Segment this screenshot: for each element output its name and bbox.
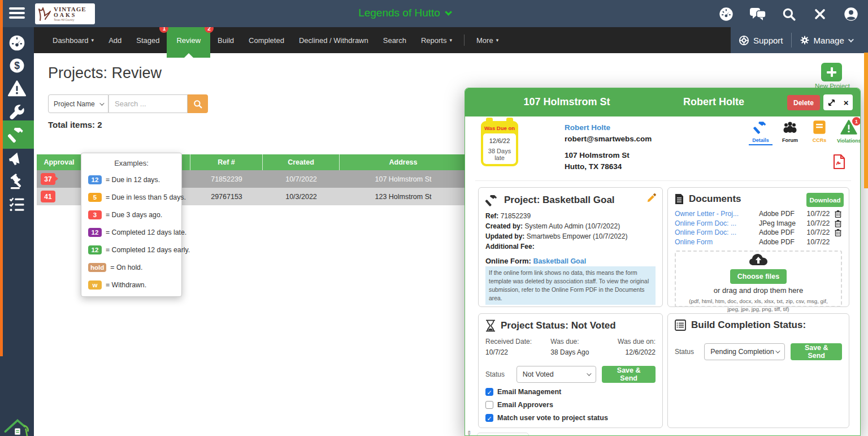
owner-name-link[interactable]: Robert Holte [565,122,652,133]
checkbox-email-approvers[interactable]: Email Approvers [485,401,656,409]
manage-button[interactable]: Manage [792,27,860,53]
new-project-button[interactable] [821,63,842,81]
sidebar-item-violations[interactable] [0,77,34,100]
col-approval[interactable]: Approval [37,154,82,170]
legend-badge: 12 [88,228,102,237]
download-button[interactable]: Download [806,193,844,207]
save-send-button[interactable]: Save & Send [602,366,656,383]
tab-more[interactable]: More▾ [469,27,506,53]
col-ref[interactable]: Ref # [190,154,263,170]
tab-violations[interactable]: 1 Violations [837,120,861,145]
document-link[interactable]: Online Form Doc: ... [675,228,759,236]
sidebar-item-gavel[interactable] [0,170,34,193]
received-date: Received Date:10/7/22 [485,336,550,358]
sidebar-item-announcements[interactable] [0,147,34,170]
trash-icon[interactable] [834,219,842,227]
tab-dashboard[interactable]: Dashboard▾ [45,27,101,53]
project-updated: Updated by: Smartwebs Empower (10/7/2022… [485,231,656,241]
tab-ccrs[interactable]: CCRs [808,120,831,145]
checkbox-icon[interactable]: ✓ [485,414,493,422]
legend-badge: w [88,280,102,290]
tab-forum[interactable]: Forum [778,120,802,145]
gear-icon [800,35,810,45]
svg-text:$: $ [14,60,20,71]
plus-icon [827,67,836,77]
menu-icon[interactable] [9,7,25,20]
document-row: Owner Letter - Proj... Adobe PDF 10/7/22 [675,209,842,219]
expand-icon[interactable] [828,99,835,106]
approval-badge[interactable]: 37 [41,173,55,185]
tab-staged[interactable]: Staged 1 [129,27,167,53]
megaphone-icon [8,150,25,167]
document-link[interactable]: Owner Letter - Proj... [675,210,759,218]
sidebar-item-maintenance[interactable] [0,101,34,123]
document-link[interactable]: Online Form Doc: ... [675,219,759,227]
search-icon[interactable] [780,6,797,23]
hammer-icon [8,126,26,144]
checkbox-email-management[interactable]: ✓ Email Management [485,388,656,396]
sidebar-item-tasks[interactable] [0,193,34,216]
due-date-badge: Was Due on 12/6/22 38 Days late [481,121,518,166]
tab-completed[interactable]: Completed [241,27,292,53]
project-status-select[interactable]: Not Voted [517,366,596,383]
antler-icon [37,6,52,23]
online-form-line: Online Form: Basketball Goal [485,257,656,265]
tab-build[interactable]: Build [210,27,241,53]
modal-address: 107 Holmstrom St [499,96,635,108]
messages-icon[interactable] [749,6,766,23]
was-due-on: Was due on:12/6/2022 [611,336,656,358]
tab-review[interactable]: Review 2 [167,27,210,53]
legend-badge: 5 [88,193,102,202]
legend-badge: 12 [88,175,102,184]
dashboard-gauge-icon[interactable] [718,6,735,23]
close-icon[interactable] [811,6,828,23]
build-status-select[interactable]: Pending Completion [704,343,785,360]
online-form-link[interactable]: Basketball Goal [533,257,586,265]
sidebar-item-billing[interactable]: $ [0,54,34,77]
chevron-down-icon [848,37,854,42]
filter-field-select[interactable]: Project Name [48,94,108,113]
close-modal-icon[interactable]: × [844,98,849,107]
created-cell: 10/7/2022 [263,170,340,188]
save-send-button[interactable]: Save & Send [791,343,842,360]
trash-icon[interactable] [834,228,842,236]
search-submit-button[interactable] [188,94,208,113]
chevron-down-icon [776,348,780,353]
tab-declined-withdrawn[interactable]: Declined / Withdrawn [292,27,376,53]
modal-tabs: Details Forum CCRs 1 V [749,120,861,145]
checkbox-icon[interactable] [485,401,493,409]
pdf-file-icon[interactable] [832,154,846,172]
col-address[interactable]: Address [340,154,467,170]
project-status-panel: Project Status: Not Voted Received Date:… [478,313,663,428]
col-created[interactable]: Created [263,154,340,170]
sidebar: $ [0,27,34,436]
tab-reports[interactable]: Reports▾ [414,27,459,53]
support-button[interactable]: Support [731,27,791,53]
document-link[interactable]: Online Form [675,238,759,246]
approval-badge[interactable]: 41 [41,191,55,202]
legend-badge: 3 [88,210,102,219]
user-icon[interactable] [843,6,860,23]
app-root: VINTAGE OAKS Texas Hill Country Legends … [0,0,868,436]
tab-search[interactable]: Search [376,27,414,53]
edit-pencil-icon: ✎ [465,429,473,436]
modal-owner: Robert Holte [657,96,770,108]
trash-icon[interactable] [834,210,842,218]
community-selector[interactable]: Legends of Hutto [316,7,492,19]
warning-triangle-icon [8,80,26,97]
choose-files-button[interactable]: Choose files [730,269,787,284]
tab-details[interactable]: Details [749,120,772,145]
sidebar-item-dashboard[interactable] [0,32,34,54]
search-input[interactable] [108,94,188,113]
checkbox-match-vote[interactable]: ✓ Match user vote to project status [485,414,656,422]
edit-pencil-icon[interactable] [647,193,657,205]
nav-right: Support Manage [731,27,868,53]
checkbox-icon[interactable]: ✓ [485,388,493,396]
sidebar-item-projects[interactable] [0,120,34,149]
project-fee: Additional Fee: [485,241,656,252]
was-due: Was due:38 Days Ago [550,336,611,358]
upload-dropzone[interactable]: Choose files or drag and drop them here … [675,251,842,307]
community-logo[interactable]: VINTAGE OAKS Texas Hill Country [35,3,95,24]
tab-add[interactable]: Add [101,27,129,53]
delete-button[interactable]: Delete [787,95,820,110]
